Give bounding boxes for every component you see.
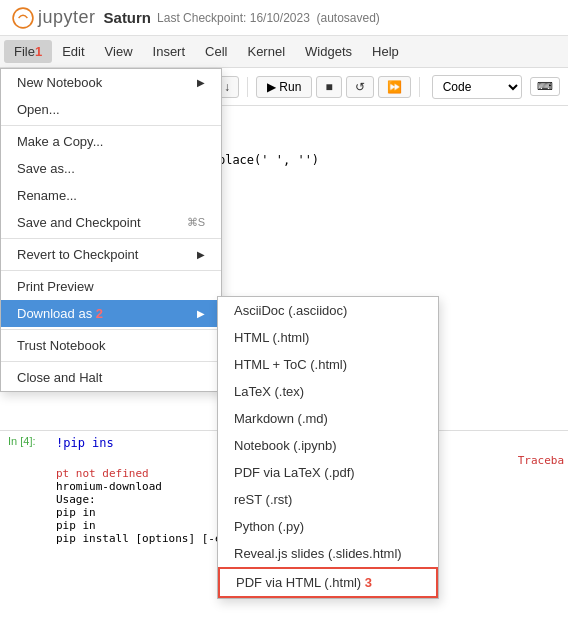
menu-file[interactable]: File1 [4,40,52,63]
dropdown-sep-1 [1,125,221,126]
cell-4-pip-command: !pip ins [56,436,114,450]
menubar: File1 Edit View Insert Cell Kernel Widge… [0,36,568,68]
dropdown-sep-4 [1,329,221,330]
dl-latex[interactable]: LaTeX (.tex) [218,378,438,405]
menus-container: New Notebook ▶ Open... Make a Copy... Sa… [0,68,222,392]
menu-close-halt[interactable]: Close and Halt [1,364,221,391]
titlebar: jupyter Saturn Last Checkpoint: 16/10/20… [0,0,568,36]
menu-cell[interactable]: Cell [195,40,237,63]
run-button[interactable]: ▶ Run [256,76,312,98]
dl-revealjs[interactable]: Reveal.js slides (.slides.html) [218,540,438,567]
menu-save-as[interactable]: Save as... [1,155,221,182]
app-name: jupyter [38,7,96,28]
menu-help[interactable]: Help [362,40,409,63]
dl-pdf-html[interactable]: PDF via HTML (.html) 3 [218,567,438,598]
download-arrow: ▶ [197,308,205,319]
menu-print-preview[interactable]: Print Preview [1,273,221,300]
svg-point-0 [13,8,33,28]
toolbar-separator-2 [247,77,248,97]
cell-type-selector[interactable]: Code Markdown Raw [432,75,522,99]
menu-kernel[interactable]: Kernel [237,40,295,63]
dl-markdown[interactable]: Markdown (.md) [218,405,438,432]
menu-new-notebook[interactable]: New Notebook ▶ [1,69,221,96]
menu-rename[interactable]: Rename... [1,182,221,209]
notebook-name[interactable]: Saturn [104,9,152,26]
stop-button[interactable]: ■ [316,76,341,98]
revert-arrow: ▶ [197,249,205,260]
jupyter-logo: jupyter [12,7,96,29]
dl-rest[interactable]: reST (.rst) [218,486,438,513]
dl-html[interactable]: HTML (.html) [218,324,438,351]
menu-save-checkpoint[interactable]: Save and Checkpoint ⌘S [1,209,221,236]
dl-python[interactable]: Python (.py) [218,513,438,540]
menu-revert-checkpoint[interactable]: Revert to Checkpoint ▶ [1,241,221,268]
file-menu-dropdown[interactable]: New Notebook ▶ Open... Make a Copy... Sa… [0,68,222,392]
menu-make-copy[interactable]: Make a Copy... [1,128,221,155]
in-label-4: In [4]: [8,435,36,447]
menu-insert[interactable]: Insert [143,40,196,63]
dl-pdf-latex[interactable]: PDF via LaTeX (.pdf) [218,459,438,486]
dropdown-sep-2 [1,238,221,239]
dropdown-sep-5 [1,361,221,362]
toolbar-separator-3 [419,77,420,97]
dl-html-toc[interactable]: HTML + ToC (.html) [218,351,438,378]
keyboard-shortcuts-icon[interactable]: ⌨ [530,77,560,96]
checkpoint-info: Last Checkpoint: 16/10/2023 (autosaved) [157,11,380,25]
menu-trust-notebook[interactable]: Trust Notebook [1,332,221,359]
menu-download-as[interactable]: Download as 2 ▶ [1,300,221,327]
menu-open[interactable]: Open... [1,96,221,123]
menu-widgets[interactable]: Widgets [295,40,362,63]
dl-notebook[interactable]: Notebook (.ipynb) [218,432,438,459]
new-notebook-arrow: ▶ [197,77,205,88]
dl-asciidoc[interactable]: AsciiDoc (.asciidoc) [218,297,438,324]
save-shortcut: ⌘S [187,216,205,229]
restart-button[interactable]: ↺ [346,76,374,98]
menu-view[interactable]: View [95,40,143,63]
menu-edit[interactable]: Edit [52,40,94,63]
jupyter-logo-icon [12,7,34,29]
download-submenu[interactable]: AsciiDoc (.asciidoc) HTML (.html) HTML +… [217,296,439,599]
dropdown-sep-3 [1,270,221,271]
fast-forward-button[interactable]: ⏩ [378,76,411,98]
